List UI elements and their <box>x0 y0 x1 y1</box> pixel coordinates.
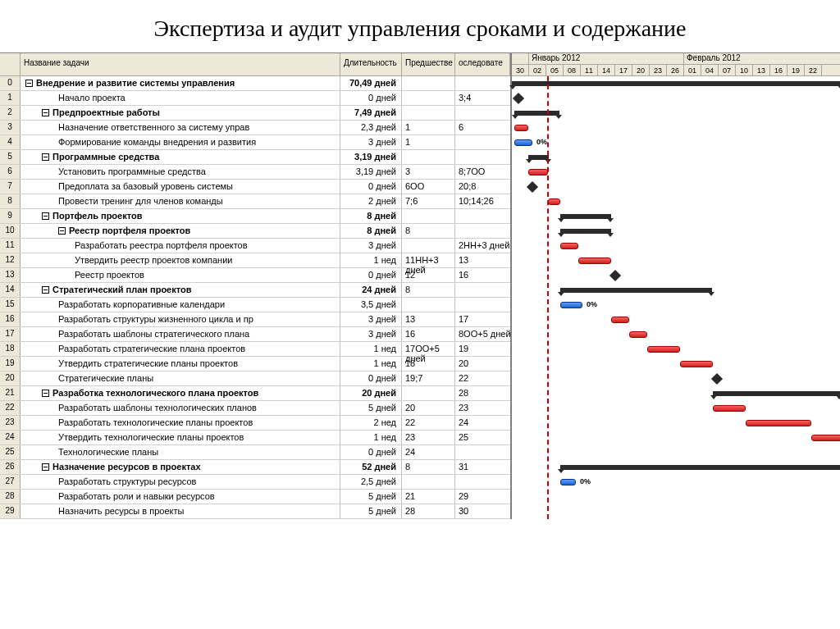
table-row[interactable]: 15Разработать корпоративные календари3,5… <box>0 298 510 312</box>
successor-cell[interactable]: 22 <box>455 371 510 385</box>
predecessor-cell[interactable]: 28 <box>402 504 455 518</box>
duration-cell[interactable]: 52 дней <box>340 460 402 474</box>
gantt-row[interactable] <box>512 460 840 475</box>
table-row[interactable]: 8Провести тренинг для членов команды2 дн… <box>0 194 510 209</box>
gantt-body[interactable]: 0%0%0% <box>512 76 840 519</box>
duration-cell[interactable]: 3 дней <box>340 312 402 326</box>
predecessor-cell[interactable]: 8 <box>402 460 455 474</box>
predecessor-cell[interactable] <box>402 298 455 312</box>
successor-cell[interactable]: 20;8 <box>455 180 510 194</box>
collapse-icon[interactable] <box>42 286 49 294</box>
col-duration[interactable]: Длительность <box>340 53 402 75</box>
task-bar[interactable] <box>647 346 680 353</box>
task-name-cell[interactable]: Стратегический план проектов <box>21 283 340 297</box>
task-name-cell[interactable]: Предоплата за базовый уровень системы <box>21 180 340 194</box>
task-bar[interactable] <box>746 420 811 426</box>
gantt-row[interactable] <box>512 165 840 180</box>
duration-cell[interactable]: 1 нед <box>340 357 402 371</box>
summary-bar[interactable] <box>512 81 840 86</box>
duration-cell[interactable]: 8 дней <box>340 224 402 238</box>
task-name-cell[interactable]: Разработка технологического плана проект… <box>21 386 340 400</box>
predecessor-cell[interactable]: 18 <box>402 357 455 371</box>
col-predecessors[interactable]: Предшестве <box>402 53 455 75</box>
gantt-row[interactable] <box>512 76 840 91</box>
gantt-row[interactable]: 0% <box>512 298 840 312</box>
gantt-row[interactable] <box>512 150 840 165</box>
table-row[interactable]: 26Назначение ресурсов в проектах52 дней8… <box>0 460 510 475</box>
gantt-row[interactable] <box>512 416 840 431</box>
duration-cell[interactable]: 3,19 дней <box>340 150 402 164</box>
milestone-marker[interactable] <box>609 270 621 281</box>
duration-cell[interactable]: 70,49 дней <box>340 76 402 90</box>
table-header[interactable]: Название задачи Длительность Предшестве … <box>0 53 510 76</box>
table-row[interactable]: 23Разработать технологические планы прое… <box>0 416 510 431</box>
gantt-row[interactable] <box>512 106 840 121</box>
successor-cell[interactable]: 6 <box>455 121 510 134</box>
task-name-cell[interactable]: Разработать шаблоны технологических план… <box>21 401 340 415</box>
task-bar[interactable] <box>811 435 840 441</box>
duration-cell[interactable]: 0 дней <box>340 445 402 459</box>
gantt-row[interactable] <box>512 253 840 268</box>
predecessor-cell[interactable]: 16 <box>402 327 455 341</box>
duration-cell[interactable]: 1 нед <box>340 431 402 444</box>
predecessor-cell[interactable] <box>402 239 455 253</box>
successor-cell[interactable] <box>455 298 510 312</box>
task-bar[interactable] <box>629 331 647 338</box>
task-name-cell[interactable]: Разработать структуры жизненного цикла и… <box>21 312 340 326</box>
duration-cell[interactable]: 3,5 дней <box>340 298 402 312</box>
predecessor-cell[interactable]: 17ОО+5 дней <box>402 342 455 356</box>
duration-cell[interactable]: 24 дней <box>340 283 402 297</box>
table-row[interactable]: 12Утвердить реестр проектов компании1 не… <box>0 253 510 268</box>
table-row[interactable]: 0Внедрение и развитие системы управления… <box>0 76 510 91</box>
table-row[interactable]: 25Технологические планы0 дней24 <box>0 445 510 460</box>
task-bar[interactable] <box>560 243 578 249</box>
predecessor-cell[interactable]: 8 <box>402 283 455 297</box>
task-name-cell[interactable]: Установить программные средства <box>21 165 340 179</box>
gantt-row[interactable] <box>512 180 840 194</box>
progress-bar[interactable] <box>560 302 582 308</box>
gantt-row[interactable] <box>512 342 840 357</box>
table-row[interactable]: 7Предоплата за базовый уровень системы0 … <box>0 180 510 194</box>
duration-cell[interactable]: 7,49 дней <box>340 106 402 120</box>
successor-cell[interactable] <box>455 150 510 164</box>
gantt-row[interactable] <box>512 445 840 460</box>
gantt-row[interactable] <box>512 431 840 445</box>
successor-cell[interactable]: 8ОО+5 дней <box>455 327 510 341</box>
table-row[interactable]: 17Разработать шаблоны стратегического пл… <box>0 327 510 342</box>
table-row[interactable]: 10Реестр портфеля проектов8 дней8 <box>0 224 510 239</box>
task-bar[interactable] <box>611 317 629 323</box>
task-name-cell[interactable]: Разработать реестра портфеля проектов <box>21 239 340 253</box>
table-row[interactable]: 4Формирование команды внедрения и развит… <box>0 135 510 150</box>
gantt-row[interactable] <box>512 224 840 239</box>
table-row[interactable]: 2Предпроектные работы7,49 дней <box>0 106 510 121</box>
predecessor-cell[interactable]: 8 <box>402 224 455 238</box>
predecessor-cell[interactable]: 13 <box>402 312 455 326</box>
table-row[interactable]: 6Установить программные средства3,19 дне… <box>0 165 510 180</box>
predecessor-cell[interactable] <box>402 106 455 120</box>
task-name-cell[interactable]: Разработать структуры ресурсов <box>21 475 340 489</box>
table-row[interactable]: 16Разработать структуры жизненного цикла… <box>0 312 510 327</box>
duration-cell[interactable]: 3,19 дней <box>340 165 402 179</box>
duration-cell[interactable]: 1 нед <box>340 342 402 356</box>
task-bar[interactable] <box>528 169 548 175</box>
duration-cell[interactable]: 2,5 дней <box>340 475 402 489</box>
successor-cell[interactable]: 17 <box>455 312 510 326</box>
successor-cell[interactable]: 28 <box>455 386 510 400</box>
predecessor-cell[interactable]: 22 <box>402 416 455 430</box>
duration-cell[interactable]: 0 дней <box>340 371 402 385</box>
gantt-row[interactable] <box>512 371 840 386</box>
milestone-marker[interactable] <box>527 181 538 193</box>
task-name-cell[interactable]: Назначение ресурсов в проектах <box>21 460 340 474</box>
duration-cell[interactable]: 5 дней <box>340 401 402 415</box>
successor-cell[interactable]: 19 <box>455 342 510 356</box>
successor-cell[interactable]: 24 <box>455 416 510 430</box>
duration-cell[interactable]: 3 дней <box>340 327 402 341</box>
task-name-cell[interactable]: Разработать корпоративные календари <box>21 298 340 312</box>
successor-cell[interactable] <box>455 135 510 149</box>
task-name-cell[interactable]: Формирование команды внедрения и развити… <box>21 135 340 149</box>
task-name-cell[interactable]: Утвердить технологические планы проектов <box>21 431 340 444</box>
duration-cell[interactable]: 5 дней <box>340 490 402 504</box>
gantt-row[interactable] <box>512 490 840 504</box>
table-row[interactable]: 28Разработать роли и навыки ресурсов5 дн… <box>0 490 510 504</box>
summary-bar[interactable] <box>528 155 549 160</box>
